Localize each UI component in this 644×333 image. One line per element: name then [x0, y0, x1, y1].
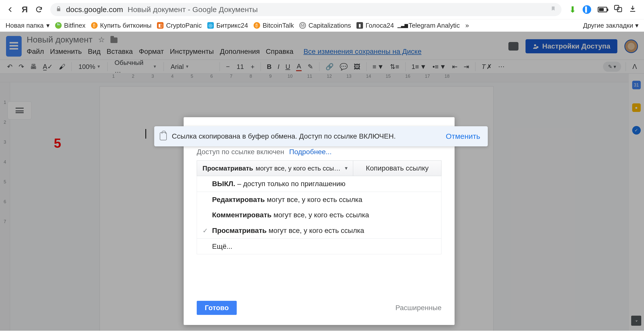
toast-message: Ссылка скопирована в буфер обмена. Досту…: [172, 132, 396, 140]
bookmark-label: CryptoPanic: [166, 22, 202, 29]
download-tray-icon[interactable]: [629, 5, 636, 14]
bookmark-item-cryptopanic[interactable]: ◧ CryptoPanic: [157, 22, 202, 29]
address-domain: docs.google.com: [66, 5, 123, 14]
site-icon: ₿: [254, 22, 260, 29]
copy-link-label: Копировать ссылку: [366, 164, 429, 172]
toast-undo-button[interactable]: Отменить: [446, 132, 480, 141]
nav-back-icon[interactable]: [7, 6, 14, 13]
chevron-down-icon: ▾: [46, 22, 50, 29]
permission-strong: Просматривать: [203, 164, 253, 172]
site-icon: ▁▃▆: [399, 22, 406, 29]
overflow-chevron-icon: »: [465, 22, 469, 29]
bookmarks-bar: Новая папка ▾ 🍃 Bitfinex ₿ Купить биткои…: [0, 19, 644, 32]
reload-icon[interactable]: [35, 6, 43, 13]
advanced-settings-link[interactable]: Расширенные: [395, 304, 441, 312]
bookmark-overflow-button[interactable]: »: [465, 22, 469, 29]
permission-option-edit[interactable]: Редактировать могут все, у кого есть ссы…: [197, 192, 441, 207]
permission-option-off[interactable]: ВЫКЛ. – доступ только по приглашению: [197, 176, 441, 192]
permission-option-comment[interactable]: Комментировать могут все, у кого есть сс…: [197, 207, 441, 223]
check-icon: ✓: [203, 227, 208, 235]
bookmark-item-bitfinex[interactable]: 🍃 Bitfinex: [55, 22, 86, 29]
bookmark-icon[interactable]: [550, 5, 556, 14]
site-icon: ▮: [356, 22, 363, 29]
bookmark-label: Голоса24: [366, 22, 394, 29]
address-field[interactable]: docs.google.com Новый документ - Google …: [50, 3, 561, 16]
site-icon: 🍃: [55, 22, 62, 29]
bookmark-label: Capitalizations: [308, 22, 351, 29]
site-icon: ◎: [207, 22, 214, 29]
chevron-down-icon: ▼: [344, 166, 348, 171]
done-button[interactable]: Готово: [197, 301, 237, 315]
done-button-label: Готово: [205, 304, 229, 312]
yandex-letter: Я: [22, 5, 28, 14]
site-icon: Ⓜ: [299, 22, 306, 29]
bookmark-item-telegram-analytics[interactable]: ▁▃▆ Telegram Analytic: [399, 22, 460, 29]
permission-rest: могут все, у кого есть ссы…: [256, 164, 340, 172]
site-icon: ◧: [157, 22, 164, 29]
clipboard-icon: [160, 132, 167, 140]
chevron-down-icon: ▾: [635, 22, 638, 29]
download-arrow-icon[interactable]: ⬇: [569, 5, 576, 15]
bookmark-item-golosa24[interactable]: ▮ Голоса24: [356, 22, 394, 29]
link-permission-dropdown[interactable]: Просматривать могут все, у кого есть ссы…: [197, 161, 353, 176]
bookmark-item-buy-bitcoin[interactable]: ₿ Купить биткоины: [91, 22, 151, 29]
other-bookmarks-label: Другие закладки: [583, 22, 633, 29]
other-bookmarks-button[interactable]: Другие закладки ▾: [583, 22, 638, 29]
bookmark-label: Bitfinex: [64, 22, 86, 29]
bookmark-item-bitrix24[interactable]: ◎ Битрикс24: [207, 22, 248, 29]
permission-option-more[interactable]: Ещё...: [197, 238, 441, 254]
bookmark-label: Купить биткоины: [100, 22, 151, 29]
address-page-title: Новый документ - Google Документы: [128, 5, 258, 14]
permission-option-view[interactable]: ✓ Просматривать могут все, у кого есть с…: [197, 223, 441, 238]
share-modal: Доступ по ссылке включен Подробнее... Пр…: [184, 117, 455, 325]
link-sharing-status: Доступ по ссылке включен: [197, 148, 284, 156]
extension-blue-dot-icon[interactable]: ▌: [583, 5, 591, 14]
browser-address-bar: Я docs.google.com Новый документ - Googl…: [0, 0, 644, 19]
bookmark-label: Битрикс24: [216, 22, 248, 29]
browser-extensions-strip: ⬇ ▌: [569, 4, 637, 15]
copy-link-button[interactable]: Копировать ссылку: [353, 161, 441, 176]
lock-icon: [56, 5, 61, 14]
site-icon: ₿: [91, 22, 98, 29]
yandex-home-button[interactable]: Я: [22, 5, 28, 14]
bookmark-label: BitcoinTalk: [263, 22, 294, 29]
extension-translate-icon[interactable]: [614, 4, 622, 15]
bookmark-label: Telegram Analytic: [409, 22, 460, 29]
bookmark-label: Новая папка: [6, 22, 44, 29]
bookmark-item-capitalizations[interactable]: Ⓜ Capitalizations: [299, 22, 351, 29]
link-copied-toast: Ссылка скопирована в буфер обмена. Досту…: [154, 126, 488, 146]
bookmark-item-bitcointalk[interactable]: ₿ BitcoinTalk: [254, 22, 294, 29]
permission-options-list: ВЫКЛ. – доступ только по приглашению Ред…: [197, 176, 441, 254]
learn-more-link[interactable]: Подробнее...: [289, 148, 332, 156]
battery-icon[interactable]: [598, 7, 607, 12]
bookmark-item-new-folder[interactable]: Новая папка ▾: [6, 22, 50, 29]
